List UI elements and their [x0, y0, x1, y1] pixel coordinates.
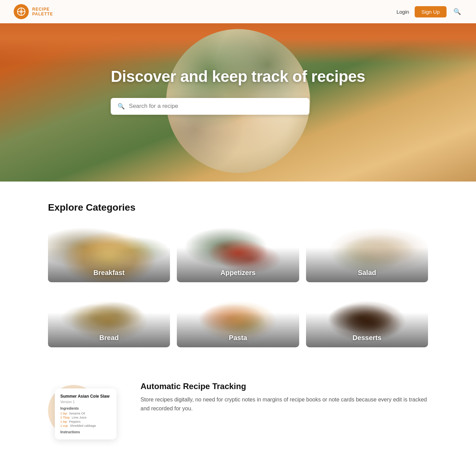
pasta-label: Pasta	[177, 328, 299, 347]
search-icon[interactable]: 🔍	[452, 7, 462, 17]
hero-content: Discover and keep track of recipes 🔍	[104, 67, 372, 115]
recipe-card-title: Summer Asian Cole Slaw	[60, 394, 111, 399]
feature-description: Store recipes digitally, no need for cry…	[141, 395, 428, 413]
logo-icon	[14, 4, 29, 19]
search-bar-icon: 🔍	[118, 103, 125, 110]
svg-point-6	[21, 11, 22, 12]
desserts-label: Desserts	[306, 328, 428, 347]
ingredient-3: 1 tsp Peppers	[60, 420, 111, 423]
login-button[interactable]: Login	[396, 9, 409, 15]
logo[interactable]: RECIPE PALETTE	[14, 4, 53, 19]
bread-label: Bread	[48, 328, 170, 347]
search-input[interactable]	[129, 103, 303, 110]
search-bar: 🔍	[111, 98, 309, 115]
category-card-breakfast[interactable]: Breakfast	[48, 224, 170, 282]
hero-title: Discover and keep track of recipes	[111, 67, 365, 86]
ingredients-label: Ingredients	[60, 407, 111, 410]
feature-text: Automatic Recipe Tracking Store recipes …	[141, 382, 428, 413]
salad-label: Salad	[306, 263, 428, 282]
recipe-card-visual: Summer Asian Cole Slaw Version 1 Ingredi…	[48, 382, 123, 439]
categories-title: Explore Categories	[48, 202, 428, 213]
appetizers-label: Appetizers	[177, 263, 299, 282]
recipe-card-version: Version 1	[60, 400, 111, 404]
signup-button[interactable]: Sign Up	[415, 6, 447, 17]
hero-section: Discover and keep track of recipes 🔍	[0, 0, 476, 182]
category-card-pasta[interactable]: Pasta	[177, 289, 299, 347]
navbar: RECIPE PALETTE Login Sign Up 🔍	[0, 0, 476, 23]
category-card-salad[interactable]: Salad	[306, 224, 428, 282]
ingredient-4: 1 cup Shredded cabbage	[60, 424, 111, 427]
nav-actions: Login Sign Up 🔍	[396, 6, 462, 17]
brand-name: RECIPE PALETTE	[32, 7, 53, 17]
ingredient-1: 1 tsp Sesame Oil	[60, 412, 111, 415]
recipe-card-preview: Summer Asian Cole Slaw Version 1 Ingredi…	[55, 388, 117, 439]
categories-grid: Breakfast Appetizers Salad Bread Pasta	[48, 224, 428, 347]
category-card-appetizers[interactable]: Appetizers	[177, 224, 299, 282]
breakfast-label: Breakfast	[48, 263, 170, 282]
feature-title: Automatic Recipe Tracking	[141, 382, 428, 391]
categories-section: Explore Categories Breakfast Appetizers …	[0, 182, 476, 368]
ingredient-2: 2 Tbsp Lime Juice	[60, 416, 111, 419]
category-card-bread[interactable]: Bread	[48, 289, 170, 347]
category-card-desserts[interactable]: Desserts	[306, 289, 428, 347]
instructions-label: Instructions	[60, 430, 111, 434]
feature-section: Summer Asian Cole Slaw Version 1 Ingredi…	[0, 368, 476, 460]
